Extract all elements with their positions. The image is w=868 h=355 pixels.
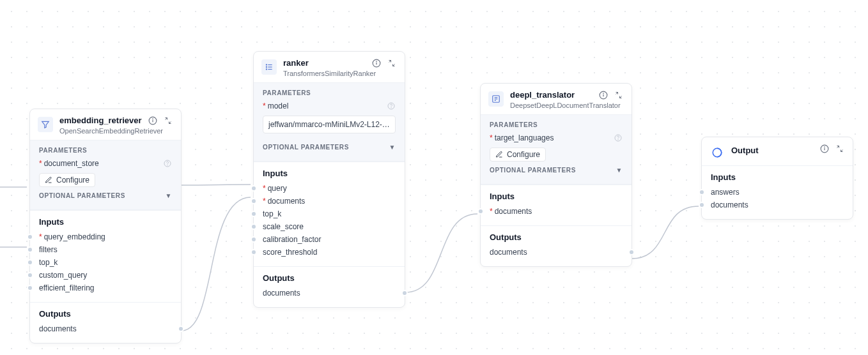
inputs-section: Inputs *documents [481, 185, 632, 225]
optional-parameters-toggle[interactable]: OPTIONAL PARAMETERS ▼ [481, 162, 632, 179]
svg-point-9 [266, 66, 267, 67]
input-port[interactable]: *documents [490, 205, 623, 218]
translate-icon [488, 91, 504, 107]
svg-point-10 [266, 69, 267, 70]
param-target-languages: *target_languages [490, 133, 554, 142]
input-port[interactable]: top_k [263, 208, 396, 220]
collapse-icon[interactable] [835, 144, 845, 154]
param-document-store: *document_store [39, 159, 99, 168]
svg-point-2 [153, 119, 153, 119]
svg-point-24 [618, 139, 619, 140]
parameters-block: PARAMETERS *target_languages Configure O… [481, 114, 632, 185]
help-icon[interactable] [163, 159, 172, 168]
collapse-icon[interactable] [614, 90, 624, 100]
info-icon[interactable] [598, 90, 608, 100]
svg-point-15 [391, 107, 392, 108]
svg-point-13 [376, 61, 377, 62]
output-port[interactable]: documents [263, 287, 396, 299]
input-port[interactable]: *query_embedding [39, 230, 172, 243]
chevron-down-icon: ▼ [616, 167, 623, 174]
input-port[interactable]: calibration_factor [263, 233, 396, 246]
configure-button[interactable]: Configure [39, 173, 95, 187]
chevron-down-icon: ▼ [389, 144, 396, 151]
output-icon [709, 145, 725, 160]
input-port[interactable]: *documents [263, 195, 396, 208]
info-icon[interactable] [371, 58, 382, 68]
inputs-section: Inputs answers documents [702, 165, 853, 219]
param-model: *model [263, 102, 288, 110]
node-output[interactable]: Output Inputs answers documents [701, 137, 853, 220]
output-port[interactable]: documents [39, 322, 172, 335]
input-port[interactable]: *query [263, 182, 396, 195]
node-header: deepl_translator DeepsetDeepLDocumentTra… [481, 84, 632, 114]
node-header: Output [702, 137, 853, 165]
help-icon[interactable] [387, 102, 396, 110]
list-ordered-icon [261, 59, 277, 75]
node-header: ranker TransformersSimilarityRanker [254, 52, 405, 82]
inputs-section: Inputs *query_embedding filters top_k cu… [30, 210, 181, 302]
info-icon[interactable] [819, 144, 830, 154]
svg-point-8 [266, 64, 267, 65]
optional-parameters-toggle[interactable]: OPTIONAL PARAMETERS ▼ [254, 139, 405, 156]
output-port[interactable]: documents [490, 246, 623, 259]
collapse-icon[interactable] [387, 58, 397, 68]
node-subtitle: TransformersSimilarityRanker [283, 70, 365, 77]
node-subtitle: DeepsetDeepLDocumentTranslator [510, 102, 592, 109]
chevron-down-icon: ▼ [166, 192, 173, 199]
info-icon[interactable] [148, 116, 158, 126]
optional-parameters-toggle[interactable]: OPTIONAL PARAMETERS ▼ [30, 187, 181, 204]
svg-point-22 [603, 93, 604, 94]
collapse-icon[interactable] [163, 116, 173, 126]
outputs-section: Outputs documents [481, 225, 632, 266]
model-input[interactable]: jeffwan/mmarco-mMiniLMv2-L12-H384-v1 [263, 116, 396, 133]
node-title: embedding_retriever [59, 116, 141, 126]
parameters-block: PARAMETERS *model jeffwan/mmarco-mMiniLM… [254, 82, 405, 162]
input-port[interactable]: top_k [39, 256, 172, 269]
help-icon[interactable] [614, 133, 623, 142]
input-port[interactable]: answers [711, 186, 844, 199]
input-port[interactable]: score_threshold [263, 246, 396, 259]
input-port[interactable]: documents [711, 199, 844, 211]
node-subtitle: OpenSearchEmbeddingRetriever [59, 127, 141, 135]
node-ranker[interactable]: ranker TransformersSimilarityRanker PARA… [253, 51, 405, 308]
input-port[interactable]: custom_query [39, 269, 172, 282]
node-deepl-translator[interactable]: deepl_translator DeepsetDeepLDocumentTra… [480, 83, 632, 267]
node-title: Output [731, 146, 813, 156]
configure-button[interactable]: Configure [490, 147, 546, 162]
node-title: deepl_translator [510, 90, 592, 101]
parameters-label: PARAMETERS [254, 83, 405, 100]
node-embedding-retriever[interactable]: embedding_retriever OpenSearchEmbeddingR… [29, 109, 182, 344]
inputs-section: Inputs *query *documents top_k scale_sco… [254, 162, 405, 266]
outputs-section: Outputs documents [254, 266, 405, 307]
funnel-icon [38, 117, 53, 132]
svg-point-28 [825, 147, 825, 147]
input-port[interactable]: filters [39, 243, 172, 256]
parameters-block: PARAMETERS *document_store Configure OPT… [30, 140, 181, 210]
outputs-section: Outputs documents [30, 302, 181, 343]
svg-point-4 [167, 165, 168, 165]
parameters-label: PARAMETERS [481, 115, 632, 132]
input-port[interactable]: efficient_filtering [39, 282, 172, 294]
node-title: ranker [283, 58, 365, 69]
input-port[interactable]: scale_score [263, 220, 396, 233]
node-header: embedding_retriever OpenSearchEmbeddingR… [30, 109, 181, 140]
parameters-label: PARAMETERS [30, 140, 181, 158]
